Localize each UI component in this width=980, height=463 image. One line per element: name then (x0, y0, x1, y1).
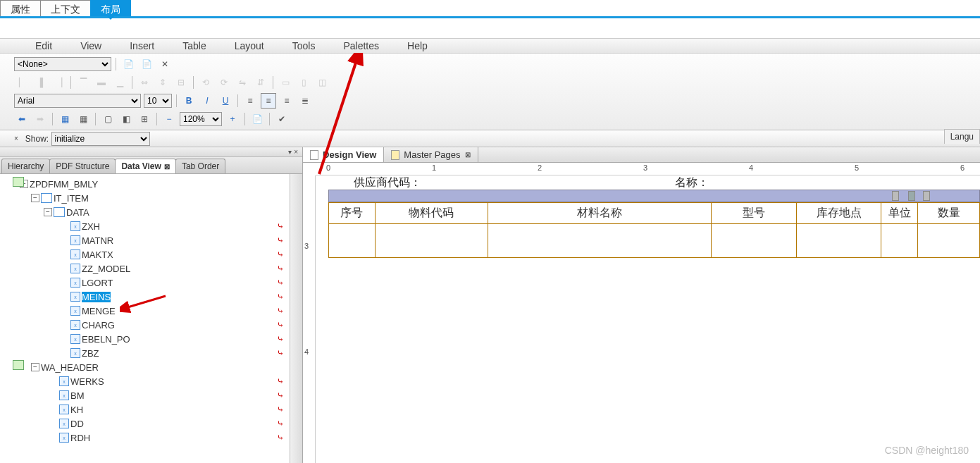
tree-field-zbz[interactable]: xZBZ⤷ (0, 346, 302, 360)
tree-field-maktx[interactable]: xMAKTX⤷ (0, 247, 302, 261)
fit-both-icon[interactable]: ◫ (314, 75, 330, 90)
table-cell[interactable] (329, 224, 376, 258)
tree-it-item[interactable]: −IT_ITEM (0, 191, 302, 205)
zoom-select[interactable]: 120% (180, 112, 222, 126)
font-select[interactable]: Arial (14, 94, 141, 108)
tree-field-matnr[interactable]: xMATNR⤷ (0, 233, 302, 247)
language-tab[interactable]: Langu (944, 129, 980, 144)
tree-field-meins[interactable]: xMEINS⤷ (0, 290, 302, 304)
grid-icon[interactable]: ▦ (57, 111, 73, 127)
tree-wa-header[interactable]: −WA_HEADER (0, 360, 302, 374)
table-cell[interactable] (488, 224, 711, 258)
tree-field-charg[interactable]: xCHARG⤷ (0, 318, 302, 332)
tab-context[interactable]: 上下文 (40, 0, 91, 16)
table-cell[interactable] (881, 224, 918, 258)
close-icon[interactable]: ⊠ (164, 163, 170, 171)
italic-icon[interactable]: I (199, 93, 215, 109)
table-header[interactable]: 单位 (881, 203, 918, 224)
table-header[interactable]: 库存地点 (797, 203, 881, 224)
table-cell[interactable] (918, 224, 980, 258)
text-align-right-icon[interactable]: ≡ (279, 93, 294, 109)
menu-view[interactable]: View (66, 40, 116, 51)
rect-plus-icon[interactable]: ⊞ (137, 111, 152, 127)
menu-tools[interactable]: Tools (278, 40, 330, 51)
design-canvas[interactable]: 供应商代码： 名称： 序号物料代码材料名称型号库存地点单位数量 (316, 175, 980, 463)
fit-height-icon[interactable]: ▯ (296, 75, 311, 90)
align-left-icon[interactable]: ▏ (14, 75, 30, 90)
column-handle[interactable] (892, 191, 899, 201)
table-cell[interactable] (797, 224, 881, 258)
bold-icon[interactable]: B (181, 93, 197, 109)
tree-field-zz_model[interactable]: xZZ_MODEL⤷ (0, 261, 302, 276)
menu-help[interactable]: Help (393, 40, 442, 51)
tree-root[interactable]: −ZPDFMM_BMLY (0, 177, 302, 191)
distribute-h-icon[interactable]: ⇔ (137, 75, 152, 90)
tree-field-zxh[interactable]: xZXH⤷ (0, 219, 302, 233)
text-align-justify-icon[interactable]: ≣ (297, 93, 313, 109)
align-center-icon[interactable]: ▐ (32, 75, 48, 90)
add-page-icon[interactable]: 📄 (139, 56, 154, 72)
data-table[interactable]: 序号物料代码材料名称型号库存地点单位数量 (328, 202, 980, 258)
back-icon[interactable]: ⬅ (14, 111, 30, 127)
align-right-icon[interactable]: ▕ (51, 75, 66, 90)
forward-icon[interactable]: ➡ (32, 111, 48, 127)
tab-layout[interactable]: 布局 (90, 0, 131, 16)
close-show-icon[interactable]: × (14, 135, 18, 142)
distribute-v-icon[interactable]: ⇕ (155, 75, 170, 90)
table-cell[interactable] (711, 224, 797, 258)
align-middle-icon[interactable]: ▬ (94, 75, 109, 90)
tab-attributes[interactable]: 属性 (0, 0, 41, 16)
tree-field-dd[interactable]: xDD⤷ (0, 416, 302, 431)
tree-field-werks[interactable]: xWERKS⤷ (0, 374, 302, 388)
table-cell[interactable] (375, 224, 488, 258)
close-icon[interactable]: ⊠ (465, 151, 471, 159)
data-tree[interactable]: −ZPDFMM_BMLY −IT_ITEM −DATA xZXH⤷xMATNR⤷… (0, 174, 302, 463)
table-header[interactable]: 数量 (918, 203, 980, 224)
rotate-cw-icon[interactable]: ⟳ (216, 75, 232, 90)
menu-insert[interactable]: Insert (116, 40, 168, 51)
tree-field-lgort[interactable]: xLGORT⤷ (0, 276, 302, 290)
flip-v-icon[interactable]: ⇵ (253, 75, 268, 90)
flip-h-icon[interactable]: ⇋ (235, 75, 250, 90)
tab-tab-order[interactable]: Tab Order (175, 159, 225, 173)
tree-field-rdh[interactable]: xRDH⤷ (0, 431, 302, 445)
table-header[interactable]: 物料代码 (375, 203, 488, 224)
tab-data-view[interactable]: Data View⊠ (115, 159, 175, 173)
new-doc-icon[interactable]: 📄 (120, 56, 136, 72)
fit-width-icon[interactable]: ▭ (278, 75, 293, 90)
underline-icon[interactable]: U (218, 93, 233, 109)
align-bottom-icon[interactable]: ▁ (112, 75, 128, 90)
menu-layout[interactable]: Layout (221, 40, 278, 51)
tree-field-menge[interactable]: xMENGE⤷ (0, 304, 302, 318)
tree-field-kh[interactable]: xKH⤷ (0, 402, 302, 416)
size-select[interactable]: 10 (144, 94, 172, 108)
tab-hierarchy[interactable]: Hierarchy (1, 159, 50, 173)
snap-icon[interactable]: ▦ (75, 111, 91, 127)
tree-field-ebeln_po[interactable]: xEBELN_PO⤷ (0, 332, 302, 346)
panel-menu-icon[interactable]: ▾ × (288, 148, 298, 156)
menu-edit[interactable]: Edit (21, 40, 66, 51)
filter-select[interactable]: <None> (14, 57, 111, 71)
rect-dash-icon[interactable]: ◧ (118, 111, 134, 127)
table-header[interactable]: 序号 (329, 203, 376, 224)
align-top-icon[interactable]: ▔ (75, 75, 91, 90)
table-header[interactable]: 型号 (711, 203, 797, 224)
menu-palettes[interactable]: Palettes (329, 40, 393, 51)
center-h-icon[interactable]: ⊟ (173, 75, 189, 90)
check-icon[interactable]: ✔ (274, 111, 290, 127)
table-header-band[interactable] (328, 190, 980, 202)
rect-icon[interactable]: ▢ (100, 111, 116, 127)
zoom-out-icon[interactable]: − (161, 111, 177, 127)
table-header[interactable]: 材料名称 (488, 203, 711, 224)
preview-icon[interactable]: 📄 (249, 111, 265, 127)
tree-field-bm[interactable]: xBM⤷ (0, 388, 302, 402)
tab-master-pages[interactable]: Master Pages⊠ (384, 147, 478, 162)
column-handle[interactable] (923, 191, 930, 201)
tab-pdf-structure[interactable]: PDF Structure (49, 159, 116, 173)
column-handle[interactable] (908, 191, 915, 201)
delete-icon[interactable]: ✕ (157, 56, 173, 72)
zoom-in-icon[interactable]: + (225, 111, 240, 127)
tree-data[interactable]: −DATA (0, 205, 302, 219)
rotate-ccw-icon[interactable]: ⟲ (198, 75, 213, 90)
text-align-center-icon[interactable]: ≡ (261, 93, 276, 109)
